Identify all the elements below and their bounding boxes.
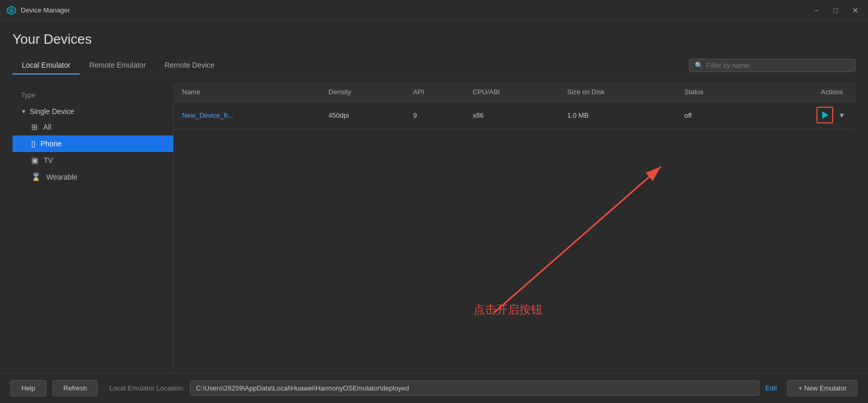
actions-dropdown-button[interactable]: ▼ [836,109,847,121]
col-cpu: CPU/ABI [464,83,558,102]
cell-api: 9 [405,102,464,129]
main-panel: Name Density API CPU/ABI Size on Disk St… [174,83,856,373]
all-icon: ⊞ [31,122,38,132]
sidebar-item-phone[interactable]: ▯ Phone [12,135,173,152]
location-input[interactable] [190,381,759,396]
sidebar-item-tv[interactable]: ▣ TV [12,152,173,169]
new-emulator-button[interactable]: + New Emulator [787,380,858,396]
body-split: Type ▼ Single Device ⊞ All ▯ Phone ▣ TV [12,83,856,373]
sidebar-item-wearable[interactable]: ⌛ Wearable [12,169,173,185]
help-button[interactable]: Help [10,380,46,396]
bottom-bar: Help Refresh Local Emulator Location: Ed… [0,373,868,403]
device-name-link[interactable]: New_Device_fr... [182,111,233,119]
page-title: Your Devices [12,31,856,47]
tab-local-emulator[interactable]: Local Emulator [12,57,80,74]
cell-actions: ▼ [754,102,856,129]
svg-marker-1 [9,8,14,13]
sidebar: Type ▼ Single Device ⊞ All ▯ Phone ▣ TV [12,83,174,373]
cell-cpu: x86 [464,102,558,129]
minimize-button[interactable]: − [811,5,822,16]
sidebar-item-all[interactable]: ⊞ All [12,119,173,135]
sidebar-single-device[interactable]: ▼ Single Device [12,104,173,119]
tab-remote-device[interactable]: Remote Device [155,57,224,74]
app-logo-icon [6,5,17,16]
content-area: Your Devices Local Emulator Remote Emula… [0,21,868,373]
title-bar: Device Manager − □ ✕ [0,0,868,21]
phone-icon: ▯ [31,139,35,148]
title-bar-controls: − □ ✕ [811,5,862,16]
cell-name: New_Device_fr... [174,102,320,129]
col-name: Name [174,83,320,102]
table-header-row: Name Density API CPU/ABI Size on Disk St… [174,83,856,102]
chevron-down-icon: ▼ [21,108,27,115]
play-button[interactable] [816,107,833,123]
sidebar-item-all-label: All [43,123,52,131]
single-device-label: Single Device [30,107,74,116]
wearable-icon: ⌛ [31,172,41,182]
col-density: Density [320,83,405,102]
col-api: API [405,83,464,102]
col-actions: Actions [754,83,856,102]
play-icon [822,111,828,119]
sidebar-type-header: Type [12,89,173,104]
sidebar-item-tv-label: TV [44,156,53,165]
col-status: Status [676,83,754,102]
refresh-button[interactable]: Refresh [53,380,98,396]
sidebar-item-phone-label: Phone [41,140,61,148]
tabs-row: Local Emulator Remote Emulator Remote De… [12,57,856,74]
tv-icon: ▣ [31,156,39,165]
app-title: Device Manager [21,6,70,14]
tab-remote-emulator[interactable]: Remote Emulator [80,57,155,74]
title-bar-left: Device Manager [6,5,70,16]
table-row: New_Device_fr... 450dpi 9 x86 1.0 MB off [174,102,856,129]
tabs: Local Emulator Remote Emulator Remote De… [12,57,224,74]
filter-input[interactable] [706,61,850,69]
search-icon: 🔍 [695,61,703,69]
location-label: Local Emulator Location: [109,384,184,392]
device-table: Name Density API CPU/ABI Size on Disk St… [174,83,856,129]
main-container: Your Devices Local Emulator Remote Emula… [0,21,868,403]
col-size: Size on Disk [559,83,676,102]
filter-box: 🔍 [689,59,856,72]
sidebar-item-wearable-label: Wearable [46,173,78,181]
close-button[interactable]: ✕ [849,5,862,16]
edit-link[interactable]: Edit [765,384,777,392]
cell-status: off [676,102,754,129]
cell-density: 450dpi [320,102,405,129]
restore-button[interactable]: □ [831,5,841,16]
cell-size: 1.0 MB [559,102,676,129]
